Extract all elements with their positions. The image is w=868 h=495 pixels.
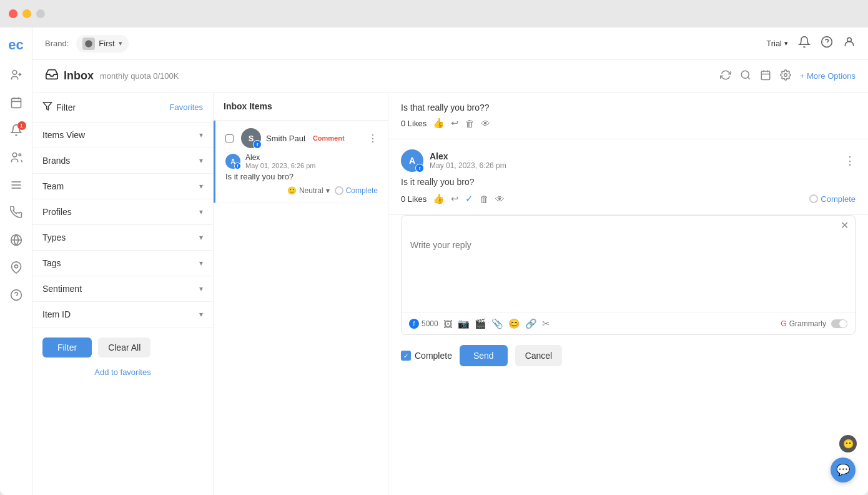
- detail-trash-icon[interactable]: 🗑: [480, 194, 489, 204]
- emoji-tool-icon[interactable]: 😊: [508, 318, 520, 329]
- detail-check-icon[interactable]: ✓: [465, 193, 473, 204]
- prev-likes-count: 0 Likes: [401, 119, 427, 128]
- video-tool-icon[interactable]: 🎬: [475, 318, 486, 329]
- grammarly-button[interactable]: G Grammarly: [781, 319, 847, 328]
- minimize-button[interactable]: [22, 9, 31, 18]
- notification-badge: 1: [17, 121, 26, 130]
- cancel-button[interactable]: Cancel: [515, 345, 563, 366]
- attachment-tool-icon[interactable]: 📎: [491, 318, 503, 329]
- settings-icon[interactable]: [780, 69, 791, 83]
- filter-group-brands-header[interactable]: Brands ▾: [32, 148, 213, 173]
- item-author-name: Smith Paul: [266, 134, 305, 143]
- filter-apply-button[interactable]: Filter: [42, 338, 92, 358]
- item-id-chevron-icon: ▾: [199, 310, 203, 319]
- brand-selector[interactable]: First ▾: [76, 35, 128, 52]
- brand-name: First: [99, 39, 114, 48]
- detail-reply-icon[interactable]: ↩: [451, 193, 459, 204]
- svg-point-21: [741, 71, 749, 78]
- prev-hide-icon[interactable]: 👁: [481, 118, 490, 129]
- detail-comment-menu-icon[interactable]: ⋮: [844, 154, 856, 168]
- trial-label: Trial: [766, 39, 782, 48]
- calendar-action-icon[interactable]: [760, 69, 771, 83]
- inbox-title-text: Inbox: [64, 69, 94, 82]
- detail-author-date: May 01, 2023, 6:26 pm: [430, 161, 506, 170]
- send-button[interactable]: Send: [460, 345, 508, 366]
- photo-tool-icon[interactable]: 📷: [458, 318, 470, 329]
- user-account-icon[interactable]: [843, 36, 856, 51]
- complete-toggle[interactable]: Complete: [335, 186, 378, 195]
- svg-point-14: [14, 265, 17, 268]
- filter-group-items-view-header[interactable]: Items View ▾: [32, 122, 213, 148]
- svg-point-27: [784, 73, 787, 76]
- chat-bubble-button[interactable]: 💬: [831, 458, 856, 482]
- more-tool-icon[interactable]: ✂: [542, 318, 550, 329]
- notification-icon[interactable]: [798, 36, 811, 51]
- sidebar-item-phone[interactable]: [5, 202, 27, 225]
- previous-comment: Is that really you bro?? 0 Likes 👍 ↩ 🗑 👁: [388, 92, 868, 139]
- detail-complete-toggle[interactable]: Complete: [809, 194, 856, 204]
- char-count: 5000: [422, 319, 438, 328]
- network-icon: [10, 234, 22, 249]
- svg-marker-28: [43, 102, 51, 110]
- item-checkbox[interactable]: [225, 134, 234, 142]
- sidebar-item-notifications[interactable]: 1: [5, 120, 27, 142]
- close-button[interactable]: [9, 9, 17, 18]
- sentiment-selector[interactable]: 🙂 Neutral ▾: [287, 186, 330, 195]
- favorites-button[interactable]: Favorites: [170, 102, 203, 112]
- grammarly-toggle[interactable]: [831, 319, 847, 328]
- sidebar-item-menu[interactable]: [5, 175, 27, 198]
- emoji-floating-button[interactable]: 😶: [839, 435, 857, 452]
- help-circle-icon[interactable]: [821, 36, 833, 51]
- reply-textarea[interactable]: [402, 235, 855, 310]
- refresh-icon[interactable]: [720, 69, 731, 83]
- logo-icon: ec: [8, 37, 23, 53]
- item-menu-icon[interactable]: ⋮: [368, 132, 378, 144]
- reply-close-button[interactable]: ✕: [841, 219, 849, 231]
- svg-line-22: [747, 77, 749, 79]
- prev-reply-icon[interactable]: ↩: [451, 118, 459, 129]
- header-right: Trial ▾: [766, 36, 856, 51]
- detail-complete-circle-icon: [809, 194, 818, 203]
- sidebar-item-calendar[interactable]: [5, 92, 27, 115]
- complete-checkbox[interactable]: ✓ Complete: [401, 351, 452, 361]
- prev-thumbsup-icon[interactable]: 👍: [433, 118, 445, 129]
- svg-rect-23: [761, 71, 770, 80]
- image-tool-icon[interactable]: 🖼: [443, 319, 453, 329]
- add-to-favorites-link[interactable]: Add to favorites: [32, 368, 213, 384]
- prev-trash-icon[interactable]: 🗑: [465, 118, 475, 129]
- inbox-header: Inbox monthly quota 0/100K: [32, 60, 868, 92]
- detail-thumbsup-icon[interactable]: 👍: [433, 193, 445, 204]
- trial-chevron-icon: ▾: [784, 39, 788, 48]
- app-logo[interactable]: ec: [6, 35, 26, 55]
- more-options-button[interactable]: + More Options: [800, 71, 856, 81]
- sidebar-item-contacts[interactable]: [5, 148, 27, 170]
- filter-group-sentiment-header[interactable]: Sentiment ▾: [32, 276, 213, 301]
- item-reply-avatar: A f: [225, 154, 240, 169]
- svg-point-17: [85, 40, 92, 48]
- sidebar-item-network[interactable]: [5, 230, 27, 252]
- filter-clear-button[interactable]: Clear All: [98, 338, 150, 358]
- filter-group-tags-header[interactable]: Tags ▾: [32, 251, 213, 276]
- grammarly-label: Grammarly: [789, 319, 826, 328]
- link-tool-icon[interactable]: 🔗: [525, 318, 537, 329]
- filter-group-profiles-header[interactable]: Profiles ▾: [32, 199, 213, 224]
- filter-group-team-header[interactable]: Team ▾: [32, 174, 213, 199]
- sidebar-item-location[interactable]: [5, 258, 27, 280]
- sentiment-label: Neutral: [299, 186, 323, 195]
- maximize-button[interactable]: [36, 9, 45, 18]
- sidebar-item-help[interactable]: [5, 285, 27, 308]
- brand-avatar: [82, 38, 95, 50]
- filter-group-brands-label: Brands: [42, 156, 70, 166]
- inbox-item[interactable]: S f Smith Paul Comment ⋮ A: [214, 121, 388, 203]
- detail-hide-icon[interactable]: 👁: [495, 194, 505, 204]
- top-header: Brand: First ▾ Trial ▾: [32, 28, 868, 60]
- search-icon[interactable]: [740, 69, 751, 83]
- trial-button[interactable]: Trial ▾: [766, 39, 788, 48]
- sidebar-item-add-user[interactable]: [5, 65, 27, 88]
- filter-group-types-label: Types: [42, 232, 66, 242]
- filter-group-types-header[interactable]: Types ▾: [32, 225, 213, 250]
- filter-group-item-id-header[interactable]: Item ID ▾: [32, 302, 213, 327]
- filter-buttons: Filter Clear All: [32, 328, 213, 368]
- phone-icon: [10, 206, 22, 221]
- complete-footer-label: Complete: [415, 351, 452, 361]
